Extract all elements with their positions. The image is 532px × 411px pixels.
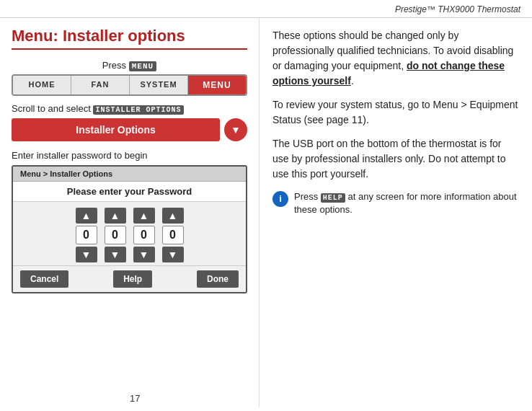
spinner-1: ▲ 0 ▼: [76, 208, 97, 262]
done-button[interactable]: Done: [197, 270, 239, 288]
cancel-button[interactable]: Cancel: [20, 270, 68, 288]
down-arrow-icon: [224, 118, 247, 141]
spinner-4-value: 0: [162, 226, 184, 244]
installer-options-bar[interactable]: Installer Options: [12, 118, 220, 141]
thermostat-nav: HOME FAN SYSTEM MENU: [12, 74, 247, 96]
spinner-3: ▲ 0 ▼: [133, 208, 155, 262]
spinner-4-up[interactable]: ▲: [162, 208, 184, 224]
help-button[interactable]: Help: [113, 270, 152, 288]
spinner-1-value: 0: [76, 226, 97, 244]
left-panel: Menu: Installer options Press MENU HOME …: [0, 18, 260, 407]
nav-menu[interactable]: MENU: [188, 76, 246, 94]
installer-options-keyword: INSTALLER OPTIONS: [93, 105, 183, 115]
dialog-title: Please enter your Password: [13, 182, 246, 202]
installer-bar-row: Installer Options: [12, 118, 247, 141]
spinner-4-down[interactable]: ▼: [162, 247, 184, 262]
spinner-2-down[interactable]: ▼: [105, 247, 126, 262]
spinner-2: ▲ 0 ▼: [105, 208, 126, 262]
menu-keyword: MENU: [129, 61, 156, 71]
right-paragraph-3: The USB port on the bottom of the thermo…: [272, 136, 519, 182]
info-prefix: Press: [294, 191, 318, 202]
spinner-4: ▲ 0 ▼: [162, 208, 184, 262]
spinner-1-down[interactable]: ▼: [76, 247, 97, 262]
nav-home[interactable]: HOME: [13, 76, 71, 94]
spinner-3-up[interactable]: ▲: [133, 208, 155, 224]
spinner-1-up[interactable]: ▲: [76, 208, 97, 224]
page-title: Menu: Installer options: [12, 27, 247, 50]
spinner-3-value: 0: [133, 226, 155, 244]
page-number: 17: [130, 390, 140, 407]
press-text: Press: [102, 60, 126, 71]
right-panel: These options should be changed only by …: [260, 18, 532, 407]
header-title: Prestige™ THX9000 Thermostat: [395, 4, 520, 14]
right-paragraph-1: These options should be changed only by …: [272, 28, 519, 89]
nav-system[interactable]: SYSTEM: [130, 76, 188, 94]
spinners-row: ▲ 0 ▼ ▲ 0 ▼ ▲ 0 ▼ ▲: [13, 202, 246, 265]
right-paragraph-2: To review your system status, go to Menu…: [272, 97, 519, 128]
password-dialog: Menu > Installer Options Please enter yo…: [12, 165, 247, 293]
nav-fan[interactable]: FAN: [71, 76, 130, 94]
dialog-footer: Cancel Help Done: [13, 265, 246, 292]
right-p1-end: .: [351, 75, 354, 87]
dialog-header: Menu > Installer Options: [13, 167, 246, 182]
info-text: Press HELP at any screen for more inform…: [294, 190, 519, 216]
spinner-3-down[interactable]: ▼: [133, 247, 155, 262]
main-container: Menu: Installer options Press MENU HOME …: [0, 18, 532, 407]
info-box: i Press HELP at any screen for more info…: [272, 190, 519, 216]
info-icon: i: [272, 191, 288, 207]
press-menu-row: Press MENU: [12, 60, 247, 71]
page-header: Prestige™ THX9000 Thermostat: [0, 0, 532, 18]
enter-password-label: Enter installer password to begin: [12, 150, 247, 161]
scroll-text: Scroll to and select: [12, 103, 91, 114]
help-keyword: HELP: [321, 193, 345, 203]
spinner-2-up[interactable]: ▲: [105, 208, 126, 224]
spinner-2-value: 0: [105, 226, 126, 244]
scroll-label: Scroll to and select INSTALLER OPTIONS: [12, 103, 247, 114]
